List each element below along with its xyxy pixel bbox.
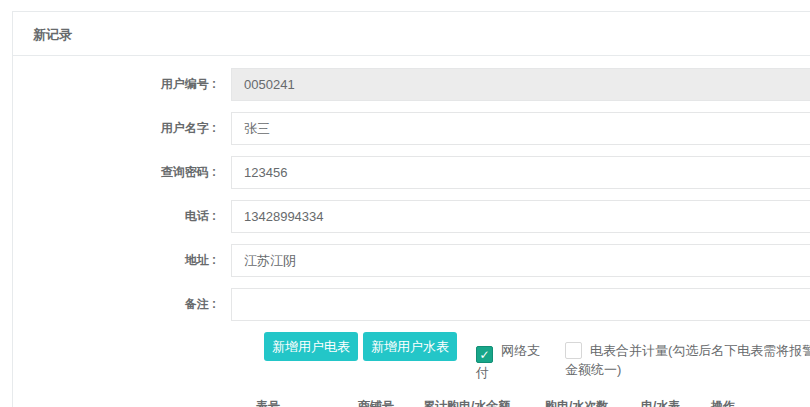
add-user-electric-meter-button[interactable]: 新增用户电表 (264, 332, 358, 361)
query-password-field[interactable] (231, 156, 810, 189)
form-row-phone: 电话 : (13, 200, 810, 233)
checkbox-unchecked-icon[interactable] (565, 342, 582, 359)
page: 新记录 用户编号 : 用户名字 : 查询密码 : 电话 : 地址 : (0, 0, 810, 407)
meter-merge-label: 电表合并计量(勾选后名下电表需将报警金额统一) (565, 343, 810, 377)
query-password-label: 查询密码 : (13, 164, 231, 181)
form-row-address: 地址 : (13, 244, 810, 277)
user-id-field (231, 68, 810, 101)
address-label: 地址 : (13, 252, 231, 269)
checkbox-checked-icon[interactable]: ✓ (476, 346, 493, 363)
header-total-purchase-amount: 累计购电/水金额 (423, 398, 545, 407)
form-row-user-name: 用户名字 : (13, 112, 810, 145)
header-shop-no: 商铺号 (358, 398, 423, 407)
header-meter-type: 电/水表 (641, 398, 711, 407)
add-user-water-meter-button[interactable]: 新增用户水表 (363, 332, 457, 361)
network-payment-checkbox[interactable]: ✓网络支付 (476, 341, 544, 382)
panel-title-bar: 新记录 (13, 12, 810, 56)
user-id-label: 用户编号 : (13, 76, 231, 93)
header-meter-no: 表号 (253, 398, 358, 407)
phone-label: 电话 : (13, 208, 231, 225)
action-row: 新增用户电表 新增用户水表 ✓网络支付 电表合并计量(勾选后名下电表需将报警金额… (264, 332, 810, 387)
remark-label: 备注 : (13, 296, 231, 313)
remark-field[interactable] (231, 288, 810, 321)
meter-merge-checkbox[interactable]: 电表合并计量(勾选后名下电表需将报警金额统一) (565, 341, 810, 379)
new-record-panel: 新记录 用户编号 : 用户名字 : 查询密码 : 电话 : 地址 : (12, 11, 810, 407)
panel-body: 用户编号 : 用户名字 : 查询密码 : 电话 : 地址 : 备注 : (13, 56, 810, 407)
form-row-user-id: 用户编号 : (13, 68, 810, 101)
header-actions: 操作 (711, 398, 771, 407)
address-field[interactable] (231, 244, 810, 277)
panel-title: 新记录 (33, 26, 72, 44)
phone-field[interactable] (231, 200, 810, 233)
form-row-query-password: 查询密码 : (13, 156, 810, 189)
meter-table-header: 表号 商铺号 累计购电/水金额 购电/水次数 电/水表 操作 (253, 389, 810, 407)
user-name-label: 用户名字 : (13, 120, 231, 137)
form-row-remark: 备注 : (13, 288, 810, 321)
header-purchase-count: 购电/水次数 (545, 398, 641, 407)
user-name-field[interactable] (231, 112, 810, 145)
